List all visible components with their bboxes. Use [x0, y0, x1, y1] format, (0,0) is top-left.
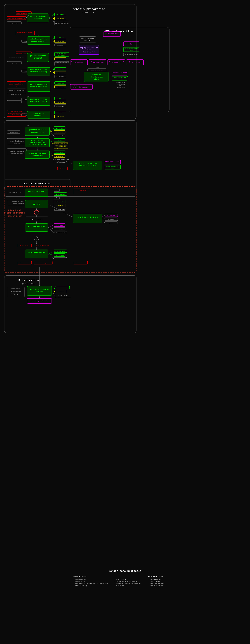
cyberd-kit-voting: cyberd-kit [56, 201, 63, 202]
svg-line-198 [50, 131, 54, 132]
precommits-db-gen: precommits.db generated [8, 90, 24, 91]
cyber-congress-aragon2: cyber-Congress Aragon [124, 42, 139, 44]
n-days-passed-right: N days passed [76, 262, 85, 264]
svg-text:distribution transactions: distribution transactions [73, 87, 90, 88]
validators-approve-prs: validators, cyber-Congress [54, 143, 68, 144]
svg-line-194 [50, 69, 54, 72]
svg-text:funding submitted: funding submitted [13, 203, 24, 204]
svg-text:Agent: Agent [111, 168, 114, 169]
params: params [109, 222, 114, 224]
svg-text:for Euler-5: for Euler-5 [83, 51, 94, 53]
protocol-contracts-failed-title: Contracts Failed [148, 576, 177, 578]
question-mark1: ? [56, 190, 57, 191]
euls-distribution: EULs distribution [28, 252, 45, 254]
mainnet-preparations-done: mainnet preparations done [30, 300, 49, 302]
svg-text:a block from euler-4 for: a block from euler-4 for [9, 84, 24, 85]
validators-finalization: validators [58, 291, 64, 292]
agent-deployed-auction: Agent deployed Auction app [70, 60, 87, 62]
multiround-script: multiround script [54, 251, 66, 252]
svg-line-199 [50, 131, 54, 136]
calc-lifetime-rewards: calculate lifetime [30, 98, 47, 100]
lambda-symbol: ⚠ [36, 239, 37, 240]
get-snapshot-euler5: get the snapshot of [30, 288, 49, 290]
protocols-grid: Network Failed Stop Claim app Stop Aucti… [6, 576, 244, 587]
validators-cosmos1: validators [57, 18, 64, 19]
svg-line-212 [102, 215, 105, 217]
google-big-query: google big query [56, 53, 67, 54]
deploy-dot-cyber: deploy dot-cyber [28, 190, 45, 192]
validators-broadcast: validators [56, 156, 63, 157]
svg-rect-171 [4, 186, 136, 273]
validators-lifetime: validators [57, 102, 64, 103]
cyber-congress-dao-agent1: cyber-Congress DAO [125, 48, 138, 49]
svg-text:approve their PRs: approve their PRs [56, 148, 66, 149]
svg-text:should generate gen_tx;: should generate gen_tx; [54, 145, 68, 146]
svg-rect-60 [27, 111, 50, 118]
validators-params: validators [57, 116, 64, 118]
svg-line-218 [48, 254, 54, 255]
outgoing-cosmos: with at list one outgoing [17, 32, 33, 33]
svg-text:and unlock Claim: and unlock Claim [79, 165, 96, 167]
protocols-title: Danger zone protocols [6, 570, 244, 572]
cosmos-genesis-snapshot: cosmos_genesis_snapshot.json [7, 18, 26, 19]
svg-text:snapshot: snapshot [34, 57, 42, 59]
forum: forum [58, 112, 62, 114]
distribution-rules-eul: distribution-rules [54, 258, 66, 260]
protocol-nf-item4: Start Claim app [76, 585, 108, 587]
n-day-passed: N day passed [79, 190, 86, 191]
get-snapshot-euler4: get the snapshot of [30, 84, 48, 86]
svg-line-222 [52, 291, 55, 292]
svg-rect-139 [25, 189, 48, 196]
genesis-subtitle: (safe zone) [82, 12, 96, 14]
svg-text:relaunch-ethereum: relaunch-ethereum [10, 291, 21, 292]
svg-text:euler-5: euler-5 [36, 291, 43, 293]
balances-ppb: balances.ppb [56, 106, 64, 107]
svg-line-187 [49, 14, 54, 18]
cyber-foundation-dao: cyber-Foundation DAO [81, 38, 94, 39]
chain-approved-initial: Chain approved initial [74, 86, 88, 86]
svg-rect-160 [25, 250, 48, 258]
svg-text:load.db: load.db [14, 294, 18, 295]
svg-text:ETH indexer: ETH indexer [58, 55, 65, 56]
svg-text:cosmos community: cosmos community [31, 40, 46, 42]
svg-text:by Foundation: by Foundation [112, 62, 120, 63]
x-mark: ✕ [36, 212, 37, 214]
svg-rect-65 [79, 36, 96, 42]
initial-chain-params: initial chain params [10, 111, 22, 112]
github: github [58, 140, 62, 141]
all-validators-online: all validators participated in [52, 159, 69, 160]
distribution-rules1: distribution-rules [125, 54, 138, 55]
protocol-ns-item4: discussion [116, 585, 142, 587]
svg-text:on Claim for Agent: on Claim for Agent [129, 62, 141, 63]
svg-line-208 [48, 225, 54, 228]
svg-line-204 [50, 154, 54, 156]
launch-kit-cosmos: launch-kit [57, 37, 64, 38]
validators-voting: validators [56, 205, 63, 206]
svg-text:.ai for discussion: .ai for discussion [11, 114, 22, 115]
cyber-congress-csv: cyberCongress.csv [91, 70, 103, 71]
svg-text:cyber-Congress: cyber-Congress [90, 76, 103, 78]
distribution-rules-takeoff: distribution-rules [54, 232, 66, 234]
cyber-congress-deploy: cyber-Congress [56, 194, 65, 195]
calc-gift-cosmos: calculate gift for [30, 38, 47, 40]
svg-rect-15 [16, 31, 34, 35]
launch-kit-precommits: launch-kit [57, 82, 64, 84]
preparations-list: preparations-00 [11, 288, 20, 289]
proposal-approved: proposal approved [30, 218, 43, 220]
svg-rect-167 [73, 214, 102, 223]
svg-text:by Foundation: by Foundation [75, 62, 83, 63]
svg-text:DAO: DAO [130, 44, 132, 45]
90-days-passed: 90 days passed [20, 245, 29, 246]
svg-line-189 [49, 18, 54, 22]
svg-line-221 [52, 288, 55, 291]
svg-text:transaction: transaction [22, 33, 29, 34]
launch-kit-eth: launch-kit [57, 68, 64, 70]
voting: voting [33, 203, 40, 205]
chain-params-discussion: chain params [33, 113, 44, 114]
svg-text:tokens: tokens [93, 78, 99, 80]
auction-app: Auction-app [108, 215, 115, 216]
protocol-cf-item2: Audit bounty [150, 581, 177, 583]
svg-text:validators: validators [14, 143, 20, 144]
svg-text:• Congress (1:1): • Congress (1:1) [116, 84, 125, 85]
svg-text:contracts running: contracts running [4, 212, 25, 214]
